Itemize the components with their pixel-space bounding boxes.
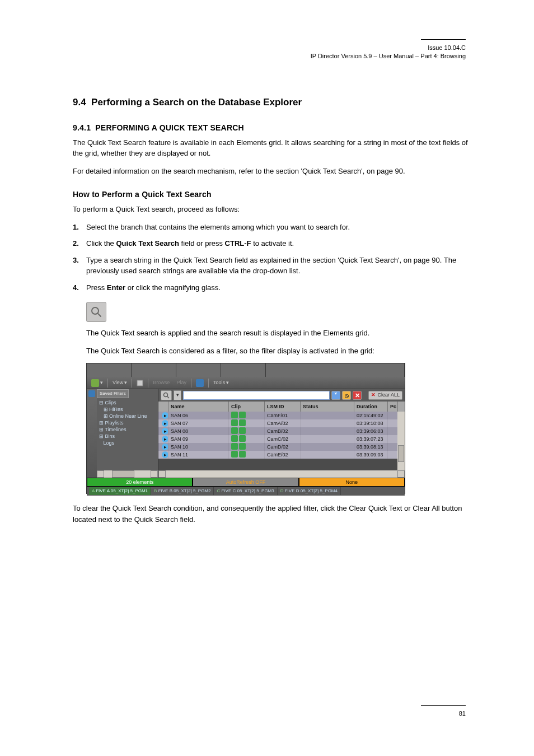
clear-quick-text-icon[interactable]: ⦸ [342, 391, 351, 400]
clip-element-icon [231, 412, 238, 418]
clip-element-icon [239, 427, 246, 434]
scroll-thumb[interactable] [112, 470, 134, 478]
col-name[interactable]: Name [168, 402, 229, 412]
pgm-strip: A FIVE A 05_XT[2] 5_PGM1 B FIVE B 05_XT[… [87, 487, 405, 496]
svg-point-3 [164, 393, 168, 397]
col-clip-elements[interactable]: Clip Elements [229, 402, 265, 412]
grid-hscrollbar[interactable] [158, 470, 405, 478]
section-heading: 9.4 Performing a Search on the Database … [73, 95, 472, 110]
window-tab[interactable] [87, 363, 132, 377]
table-row[interactable]: ▸ SAN 11 CamE/02 03:39:09:03 [158, 451, 405, 459]
clip-element-icon [231, 427, 238, 434]
clip-element-icon [231, 435, 238, 442]
svg-line-4 [167, 396, 169, 398]
svg-point-0 [92, 307, 99, 314]
toolbar-layout-icon[interactable] [134, 379, 146, 388]
play-icon[interactable]: ▸ [162, 420, 168, 427]
table-row[interactable]: ▸ SAN 10 CamD/02 03:39:08:13 [158, 443, 405, 451]
tree-hscrollbar[interactable] [97, 470, 158, 478]
window-tab[interactable] [132, 363, 176, 377]
toolbar-app-icon[interactable]: ▾ [89, 379, 105, 388]
pgm-tab-b[interactable]: B FIVE B 05_XT[2] 5_PGM2 [151, 487, 214, 495]
closing-paragraph: To clear the Quick Text Search condition… [73, 503, 472, 525]
howto-lead: To perform a Quick Text search, proceed … [73, 204, 472, 215]
after-icon-para-1: The Quick Text search is applied and the… [86, 328, 472, 339]
treebar-refresh-icon[interactable] [88, 390, 95, 397]
status-autorefresh: AutoRefresh OFF [193, 478, 298, 487]
quick-search-icon[interactable] [161, 390, 172, 400]
pgm-tab-c[interactable]: C FIVE C 05_XT[2] 5_PGM3 [214, 487, 277, 495]
table-row[interactable]: ▸ SAN 07 CamA/02 03:39:10:08 [158, 419, 405, 427]
col-play[interactable] [158, 402, 168, 412]
magnify-icon [86, 302, 106, 322]
pgm-tab-a[interactable]: A FIVE A 05_XT[2] 5_PGM1 [89, 487, 151, 495]
status-elements-count: 20 elements [87, 478, 193, 487]
close-icon[interactable]: ✕ [353, 391, 362, 400]
window-tab[interactable] [221, 363, 266, 377]
step-1: 1.Select the branch that contains the el… [73, 222, 472, 233]
scroll-left-icon[interactable] [97, 470, 104, 478]
table-row[interactable]: ▸ SAN 06 CamF/01 02:15:49:02 [158, 412, 405, 419]
scroll-thumb[interactable] [398, 445, 404, 462]
clear-all-button[interactable]: ✕Clear ALL [368, 391, 402, 400]
clip-element-icon [239, 451, 246, 458]
clip-element-icon [239, 412, 246, 418]
table-row[interactable]: ▸ SAN 08 CamB/02 03:39:06:03 [158, 427, 405, 435]
grid-vscrollbar[interactable] [397, 412, 405, 470]
grid-header: Name Clip Elements LSM ID Status Duratio… [158, 402, 405, 412]
header-product: IP Director Version 5.9 – User Manual – … [311, 52, 466, 60]
quick-search-dropdown[interactable]: ▾ [174, 390, 181, 400]
tree-node-timelines[interactable]: ⊞ Timelines [99, 426, 156, 433]
step-4: 4.Press Enter or click the magnifying gl… [73, 282, 472, 293]
toolbar-tools-menu[interactable]: Tools ▾ [211, 379, 231, 388]
after-icon-para-2: The Quick Text Search is considered as a… [86, 346, 472, 357]
header-issue: Issue 10.04.C [311, 44, 466, 52]
howto-heading: How to Perform a Quick Text Search [73, 189, 472, 200]
toolbar-browse-label: Browse [151, 379, 172, 388]
col-pc[interactable]: Pc [388, 402, 398, 412]
tree-node-playlists[interactable]: ⊞ Playlists [99, 419, 156, 426]
window-tab[interactable] [266, 363, 405, 377]
page-number: 81 [459, 710, 466, 717]
clip-element-icon [239, 419, 246, 426]
play-icon[interactable]: ▸ [162, 444, 168, 450]
clip-element-icon [231, 419, 238, 426]
grid-body[interactable]: ▸ SAN 06 CamF/01 02:15:49:02 ▸ SAN 07 Ca… [158, 412, 405, 470]
tree-node-bins[interactable]: ⊞ Bins [99, 433, 156, 440]
scroll-left-icon[interactable] [158, 470, 166, 478]
step-2: 2.Click the Quick Text Search field or p… [73, 238, 472, 249]
svg-rect-2 [137, 380, 143, 386]
db-explorer-screenshot: ▾ View ▾ Browse Play Tools ▾ Saved Filte… [86, 363, 405, 494]
status-none: None [299, 478, 405, 487]
play-icon[interactable]: ▸ [162, 412, 168, 419]
pgm-tab-d[interactable]: D FIVE D 05_XT[2] 5_PGM4 [278, 487, 341, 495]
clip-element-icon [231, 443, 238, 450]
tree-node-logs[interactable]: Logs [99, 440, 156, 446]
tree-node-hires[interactable]: ⊞ HiRes [99, 406, 156, 413]
tree-panel[interactable]: ⊟ Clips ⊞ HiRes ⊞ Online Near Line ⊞ Pla… [97, 398, 158, 470]
step-3: 3.Type a search string in the Quick Text… [73, 255, 472, 277]
quick-search-input[interactable] [183, 391, 330, 400]
tree-node-clips[interactable]: ⊟ Clips [99, 399, 156, 406]
clip-element-icon [239, 435, 246, 442]
toolbar-list-icon[interactable] [194, 379, 206, 388]
play-icon[interactable]: ▸ [162, 451, 168, 458]
scroll-right-icon[interactable] [151, 470, 158, 478]
play-icon[interactable]: ▸ [162, 428, 168, 435]
tree-node-online-nearline[interactable]: ⊞ Online Near Line [99, 413, 156, 419]
toolbar-play-label: Play [174, 379, 189, 388]
magnify-icon-figure [86, 302, 106, 322]
scroll-right-icon[interactable] [397, 470, 405, 478]
svg-line-1 [98, 314, 101, 316]
col-lsm-id[interactable]: LSM ID [265, 402, 301, 412]
search-history-dropdown-icon[interactable]: ˅ [331, 391, 340, 400]
window-tab[interactable] [176, 363, 221, 377]
col-duration[interactable]: Duration [354, 402, 388, 412]
toolbar-view-menu[interactable]: View ▾ [110, 379, 129, 388]
clip-element-icon [231, 451, 238, 458]
intro-paragraph-1: The Quick Text Search feature is availab… [73, 137, 472, 159]
table-row[interactable]: ▸ SAN 09 CamC/02 03:39:07:23 [158, 435, 405, 443]
saved-filters-tab[interactable]: Saved Filters [97, 389, 129, 398]
col-status[interactable]: Status [301, 402, 354, 412]
play-icon[interactable]: ▸ [162, 436, 168, 442]
